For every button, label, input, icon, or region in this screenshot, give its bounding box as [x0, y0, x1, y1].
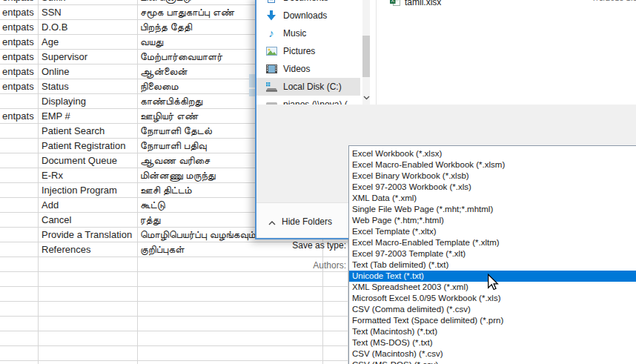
filetype-option[interactable]: Excel Template (*.xltx) — [349, 226, 636, 237]
sheet-cell[interactable] — [0, 139, 39, 153]
filetype-option[interactable]: Text (Tab delimited) (*.txt) — [349, 259, 636, 271]
sheet-cell[interactable] — [0, 272, 39, 286]
sheet-cell[interactable] — [0, 183, 39, 197]
sheet-cell[interactable] — [138, 331, 323, 345]
filetype-option[interactable]: Excel Macro-Enabled Template (*.xltm) — [349, 237, 636, 248]
sheet-cell[interactable]: entpats — [0, 20, 39, 34]
nav-scrollbar-thumb[interactable] — [362, 36, 370, 77]
sheet-cell[interactable]: entpats — [0, 50, 39, 64]
sheet-cell[interactable] — [138, 317, 323, 331]
filetype-option[interactable]: CSV (Comma delimited) (*.csv) — [349, 304, 636, 315]
sheet-cell[interactable] — [323, 272, 348, 286]
sheet-cell[interactable] — [138, 287, 323, 301]
sidebar-item-music[interactable]: ♪Music — [256, 24, 360, 42]
filetype-option[interactable]: Excel Binary Workbook (*.xlsb) — [349, 171, 636, 182]
sheet-cell[interactable]: References — [39, 242, 138, 257]
nav-expand-button[interactable] — [360, 90, 372, 102]
local-disk-icon — [265, 81, 277, 93]
filetype-option[interactable]: Excel 97-2003 Workbook (*.xls) — [349, 182, 636, 193]
sheet-cell[interactable]: Add — [39, 198, 138, 212]
sheet-cell[interactable]: Injection Program — [39, 183, 138, 197]
sidebar-item-downloads[interactable]: Downloads — [256, 7, 360, 24]
nav-scrollbar[interactable] — [362, 0, 370, 105]
sheet-cell[interactable] — [138, 302, 323, 316]
sheet-cell[interactable] — [138, 361, 323, 364]
sheet-cell[interactable] — [0, 317, 39, 331]
sheet-cell[interactable]: Displaying — [39, 94, 138, 108]
sheet-cell[interactable]: EMP # — [39, 109, 138, 123]
sidebar-item-label: Documents — [283, 0, 328, 3]
sheet-cell[interactable] — [0, 361, 39, 364]
sheet-cell[interactable] — [323, 317, 348, 331]
sidebar-item-local-disk-c[interactable]: Local Disk (C:) — [256, 78, 360, 96]
filetype-option[interactable]: Web Page (*.htm;*.html) — [349, 215, 636, 226]
sheet-cell[interactable] — [0, 228, 39, 242]
sheet-cell[interactable] — [0, 153, 39, 168]
sheet-cell[interactable] — [0, 302, 39, 316]
sidebar-item-label: pianos (\\nova) ( — [283, 99, 348, 105]
sheet-cell[interactable] — [0, 331, 39, 345]
sheet-cell[interactable]: entpats — [0, 35, 39, 49]
sheet-cell[interactable]: entpats — [0, 5, 39, 19]
sheet-cell[interactable] — [0, 198, 39, 212]
sheet-cell[interactable] — [0, 287, 39, 301]
sheet-cell[interactable]: entpats — [0, 79, 39, 93]
sheet-cell[interactable]: D.O.B — [39, 20, 138, 34]
sidebar-item-documents[interactable]: Documents — [256, 0, 360, 7]
sidebar-item-pictures[interactable]: Pictures — [256, 42, 360, 60]
sheet-cell[interactable] — [138, 346, 323, 360]
sheet-cell[interactable] — [0, 94, 39, 108]
sheet-cell[interactable]: Patient Registration — [39, 139, 138, 153]
sidebar-item-videos[interactable]: Videos — [256, 60, 360, 78]
sheet-cell[interactable]: Cancel — [39, 213, 138, 227]
sheet-cell[interactable]: entpats — [0, 0, 39, 4]
sheet-cell[interactable]: Online — [39, 64, 138, 79]
filetype-option[interactable]: Formatted Text (Space delimited) (*.prn) — [349, 315, 636, 326]
sheet-cell[interactable] — [323, 346, 348, 360]
sheet-cell[interactable] — [138, 272, 323, 286]
sheet-cell[interactable]: SSN — [39, 5, 138, 19]
sidebar-item-pianos-nova[interactable]: pianos (\\nova) ( — [256, 96, 360, 105]
sheet-cell[interactable] — [0, 124, 39, 138]
filetype-option[interactable]: Text (Macintosh) (*.txt) — [349, 326, 636, 337]
sheet-cell[interactable] — [0, 242, 39, 257]
sheet-cell[interactable] — [39, 346, 138, 360]
sheet-cell[interactable]: Supervisor — [39, 50, 138, 64]
hide-folders-button[interactable]: Hide Folders — [268, 215, 332, 228]
sheet-cell[interactable] — [39, 317, 138, 331]
sheet-cell[interactable] — [39, 331, 138, 345]
sheet-cell[interactable] — [0, 346, 39, 360]
sheet-cell[interactable]: Age — [39, 35, 138, 49]
file-list-item[interactable]: X tamil.xlsx — [390, 0, 441, 9]
sheet-cell[interactable] — [323, 331, 348, 345]
sheet-cell[interactable] — [39, 257, 138, 271]
sheet-cell[interactable] — [0, 213, 39, 227]
filetype-option[interactable]: CSV (Macintosh) (*.csv) — [349, 348, 636, 360]
sheet-cell[interactable]: Patient Search — [39, 124, 138, 138]
sheet-cell[interactable] — [323, 361, 348, 364]
sheet-cell[interactable] — [0, 257, 39, 271]
filetype-option[interactable]: Excel Macro-Enabled Workbook (*.xlsm) — [349, 159, 636, 171]
filetype-option[interactable]: Single File Web Page (*.mht;*.mhtml) — [349, 204, 636, 215]
sheet-cell[interactable]: Document Queue — [39, 153, 138, 168]
pictures-icon — [265, 45, 277, 57]
sheet-cell[interactable] — [0, 168, 39, 182]
filetype-option[interactable]: Excel Workbook (*.xlsx) — [349, 148, 636, 159]
sheet-cell[interactable]: Suffix — [39, 0, 138, 4]
sheet-cell[interactable] — [39, 272, 138, 286]
sheet-cell[interactable] — [39, 361, 138, 364]
sheet-cell[interactable] — [39, 302, 138, 316]
sheet-cell[interactable]: entpats — [0, 109, 39, 123]
filetype-option[interactable]: CSV (MS-DOS) (*.csv) — [349, 360, 636, 364]
filetype-option[interactable]: Text (MS-DOS) (*.txt) — [349, 337, 636, 348]
sheet-cell[interactable] — [39, 287, 138, 301]
sheet-cell[interactable] — [323, 302, 348, 316]
filetype-option[interactable]: XML Data (*.xml) — [349, 193, 636, 204]
sheet-cell[interactable] — [323, 287, 348, 301]
filetype-option[interactable]: Microsoft Excel 5.0/95 Workbook (*.xls) — [349, 293, 636, 304]
filetype-option[interactable]: Excel 97-2003 Template (*.xlt) — [349, 248, 636, 259]
sheet-cell[interactable]: entpats — [0, 64, 39, 79]
sheet-cell[interactable]: Provide a Translation — [39, 228, 138, 242]
sheet-cell[interactable]: Status — [39, 79, 138, 93]
sheet-cell[interactable]: E-Rx — [39, 168, 138, 182]
